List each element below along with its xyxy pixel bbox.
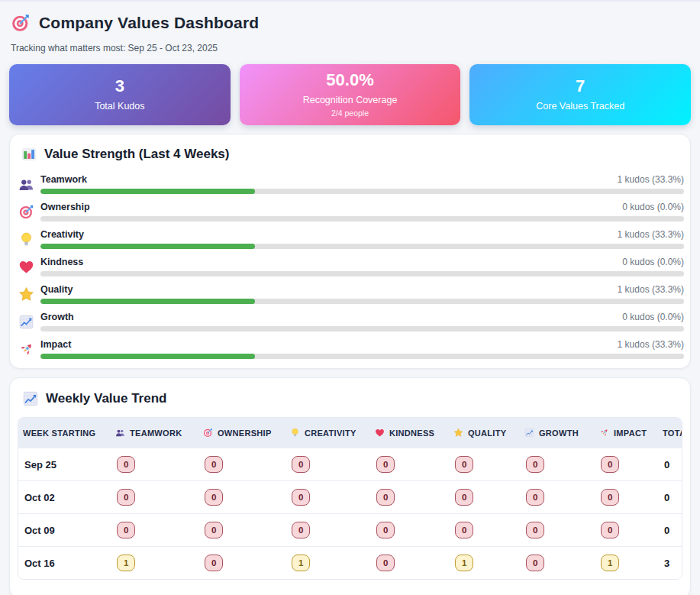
count-badge-zero: 0 (455, 456, 473, 473)
count-cell: 0 (520, 448, 595, 481)
column-header-growth: GROWTH (520, 418, 595, 448)
value-row-teamwork: Teamwork1 kudos (33.3%) (16, 170, 684, 198)
star-icon (453, 428, 463, 438)
target-icon (11, 13, 31, 33)
stat-value: 50.0% (326, 72, 373, 89)
value-row-body: Creativity1 kudos (33.3%) (40, 229, 684, 249)
value-row-header: Quality1 kudos (33.3%) (40, 284, 684, 295)
value-row-quality: Quality1 kudos (33.3%) (16, 280, 684, 308)
column-header-ownership: OWNERSHIP (198, 418, 285, 448)
weekly-trend-table-wrap: WEEK STARTINGTEAMWORKOWNERSHIPCREATIVITY… (18, 417, 682, 580)
table-row-oct-02: Oct 0200000000 (18, 481, 682, 514)
rocket-icon (599, 428, 609, 438)
count-cell: 1 (111, 547, 198, 580)
table-row-sep-25: Sep 2500000000 (18, 448, 682, 481)
count-cell: 1 (285, 547, 370, 580)
count-cell: 0 (198, 448, 285, 481)
value-label: Growth (40, 312, 74, 322)
value-row-body: Teamwork1 kudos (33.3%) (40, 174, 684, 194)
page-header: Company Values Dashboard Tracking what m… (0, 2, 700, 53)
table-row-oct-16: Oct 1610101013 (18, 547, 682, 580)
count-badge-zero: 0 (376, 555, 395, 571)
value-row-body: Kindness0 kudos (0.0%) (40, 257, 684, 276)
progress-track (40, 299, 684, 304)
value-label: Ownership (40, 202, 90, 212)
value-row-header: Growth0 kudos (0.0%) (40, 312, 684, 322)
week-starting-cell: Oct 02 (18, 481, 111, 514)
count-badge-zero: 0 (292, 489, 310, 506)
people-icon (115, 428, 125, 438)
count-badge-zero: 0 (376, 456, 395, 473)
column-header-quality: QUALITY (449, 418, 520, 448)
count-cell: 0 (595, 481, 658, 514)
week-starting-cell: Oct 09 (18, 514, 111, 547)
column-header-label: KINDNESS (389, 428, 434, 438)
count-cell: 0 (595, 448, 658, 481)
column-header-label: QUALITY (468, 428, 506, 438)
count-cell: 1 (449, 547, 520, 580)
stat-card-core-values-tracked: 7Core Values Tracked (469, 64, 691, 125)
value-label: Teamwork (40, 174, 87, 185)
column-header-kindness: KINDNESS (370, 418, 449, 448)
count-badge-positive: 1 (455, 555, 473, 571)
count-badge-zero: 0 (376, 489, 395, 506)
column-header-impact: IMPACT (595, 418, 658, 448)
count-badge-zero: 0 (205, 489, 223, 506)
count-badge-zero: 0 (292, 522, 310, 538)
dashboard-page: Company Values Dashboard Tracking what m… (0, 2, 700, 595)
progress-track (40, 271, 684, 276)
column-header-label: OWNERSHIP (218, 428, 272, 438)
count-badge-zero: 0 (292, 456, 310, 473)
count-cell: 0 (285, 481, 370, 514)
column-header-label: IMPACT (614, 428, 647, 438)
count-badge-zero: 0 (117, 489, 135, 506)
count-cell: 0 (370, 547, 449, 580)
value-row-header: Creativity1 kudos (33.3%) (40, 229, 684, 240)
column-header-label: GROWTH (539, 428, 579, 438)
count-cell: 0 (111, 481, 198, 514)
value-label: Kindness (40, 257, 83, 267)
count-cell: 0 (111, 514, 198, 547)
value-row-ownership: Ownership0 kudos (0.0%) (16, 198, 684, 225)
count-badge-zero: 0 (526, 522, 544, 538)
value-strength-rows: Teamwork1 kudos (33.3%)Ownership0 kudos … (16, 170, 684, 363)
count-badge-zero: 0 (601, 489, 619, 506)
count-cell: 0 (370, 448, 449, 481)
count-cell: 0 (198, 481, 285, 514)
column-header-total: TOTAL (658, 418, 682, 448)
progress-fill (40, 189, 255, 194)
column-header-teamwork: TEAMWORK (111, 418, 198, 448)
chart-up-icon (524, 428, 534, 438)
count-cell: 0 (520, 481, 595, 514)
value-strength-title: Value Strength (Last 4 Weeks) (44, 147, 229, 162)
value-row-kindness: Kindness0 kudos (0.0%) (16, 253, 684, 280)
weekly-trend-title: Weekly Value Trend (46, 391, 166, 406)
chart-up-icon (18, 314, 34, 330)
title-row: Company Values Dashboard (11, 13, 689, 33)
count-cell: 0 (595, 514, 658, 547)
count-cell: 0 (370, 481, 449, 514)
count-badge-positive: 1 (117, 555, 135, 571)
count-badge-zero: 0 (117, 522, 135, 538)
count-badge-zero: 0 (455, 489, 473, 506)
kudos-count-text: 1 kudos (33.3%) (618, 339, 684, 350)
column-header-label: CREATIVITY (305, 428, 356, 438)
value-row-header: Impact1 kudos (33.3%) (40, 339, 684, 350)
count-cell: 0 (449, 481, 520, 514)
count-cell: 0 (198, 547, 285, 580)
progress-fill (40, 354, 255, 359)
progress-track (40, 244, 684, 249)
value-label: Impact (40, 339, 71, 350)
stat-value: 7 (576, 78, 585, 95)
count-badge-zero: 0 (526, 489, 544, 506)
count-cell: 0 (370, 514, 449, 547)
target-icon (18, 204, 34, 220)
column-header-label: TOTAL (663, 428, 682, 438)
value-row-creativity: Creativity1 kudos (33.3%) (16, 225, 684, 253)
count-cell: 0 (449, 448, 520, 481)
progress-track (40, 216, 684, 222)
table-row-oct-09: Oct 0900000000 (18, 514, 682, 547)
count-cell: 0 (520, 547, 595, 580)
value-row-impact: Impact1 kudos (33.3%) (16, 335, 684, 363)
rocket-icon (18, 341, 34, 357)
